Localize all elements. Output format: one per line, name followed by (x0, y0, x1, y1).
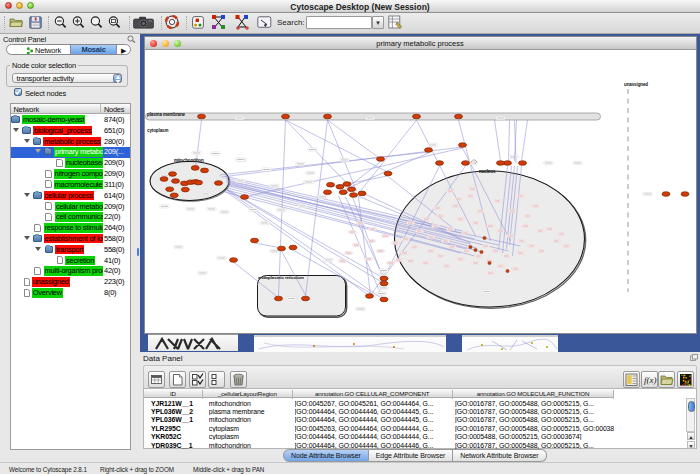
svg-text:f(x): f(x) (644, 375, 657, 385)
